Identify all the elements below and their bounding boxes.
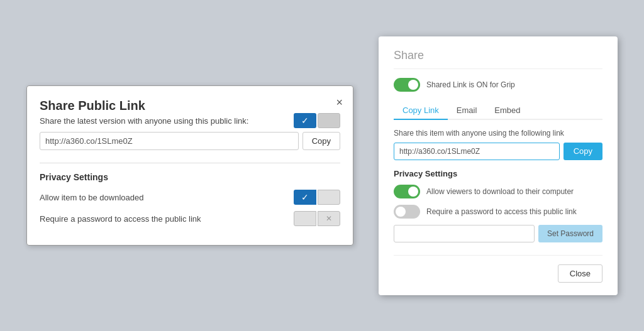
link-input-right[interactable] [394, 143, 560, 160]
require-password-toggle-x: ✕ [318, 211, 340, 226]
password-input[interactable] [394, 225, 535, 242]
require-password-toggle-off [294, 211, 316, 226]
tab-email[interactable]: Email [448, 102, 486, 120]
share-link-desc: Share this item with anyone using the fo… [394, 129, 602, 138]
share-description: Share the latest version with anyone usi… [40, 116, 248, 126]
privacy-title-right: Privacy Settings [394, 169, 602, 178]
shared-link-toggle-switch[interactable] [394, 78, 420, 92]
url-input[interactable] [40, 132, 299, 150]
toggle-off-box [318, 113, 340, 128]
check-icon: ✓ [301, 116, 309, 126]
toggle-on-box: ✓ [294, 113, 316, 128]
left-dialog-title: Share Public Link [40, 99, 145, 112]
tab-copy-link[interactable]: Copy Link [394, 102, 448, 120]
tab-embed[interactable]: Embed [486, 102, 529, 120]
left-close-button[interactable]: × [336, 96, 343, 109]
share-desc-row: Share the latest version with anyone usi… [40, 113, 340, 128]
require-password-row: Require a password to access the public … [40, 211, 340, 226]
close-bottom-button[interactable]: Close [558, 264, 602, 283]
password-row: Set Password [394, 225, 602, 242]
allow-download-row: Allow item to be downloaded ✓ [40, 190, 340, 205]
url-row: Copy [40, 132, 340, 150]
require-password-right-toggle[interactable] [394, 205, 420, 219]
require-password-right-label: Require a password to access this public… [426, 207, 577, 216]
link-copy-row: Copy [394, 143, 602, 160]
require-password-toggle[interactable]: ✕ [294, 211, 340, 226]
left-share-dialog: Share Public Link × Share the latest ver… [26, 85, 353, 246]
allow-viewers-toggle[interactable] [394, 185, 420, 198]
privacy-title-left: Privacy Settings [40, 172, 340, 182]
right-dialog-header: Share [394, 49, 602, 69]
allow-viewers-label: Allow viewers to download to their compu… [426, 187, 574, 196]
require-password-right-row: Require a password to access this public… [394, 205, 602, 219]
share-toggle[interactable]: ✓ [294, 113, 340, 128]
copy-button-right[interactable]: Copy [564, 143, 602, 160]
shared-link-row: Shared Link is ON for Grip [394, 78, 602, 92]
check-icon-2: ✓ [301, 192, 309, 202]
copy-button-left[interactable]: Copy [303, 132, 340, 150]
allow-viewers-row: Allow viewers to download to their compu… [394, 185, 602, 198]
right-share-dialog: Share Shared Link is ON for Grip Copy Li… [379, 36, 618, 295]
allow-download-toggle-on: ✓ [294, 190, 316, 205]
shared-link-label: Shared Link is ON for Grip [426, 80, 515, 89]
require-password-label: Require a password to access the public … [40, 214, 201, 224]
tabs-row: Copy Link Email Embed [394, 102, 602, 120]
divider [40, 163, 340, 163]
close-bottom-row: Close [394, 255, 602, 283]
allow-download-label: Allow item to be downloaded [40, 193, 144, 202]
allow-download-toggle-off [318, 190, 340, 205]
set-password-button[interactable]: Set Password [538, 225, 602, 242]
allow-download-toggle[interactable]: ✓ [294, 190, 340, 205]
